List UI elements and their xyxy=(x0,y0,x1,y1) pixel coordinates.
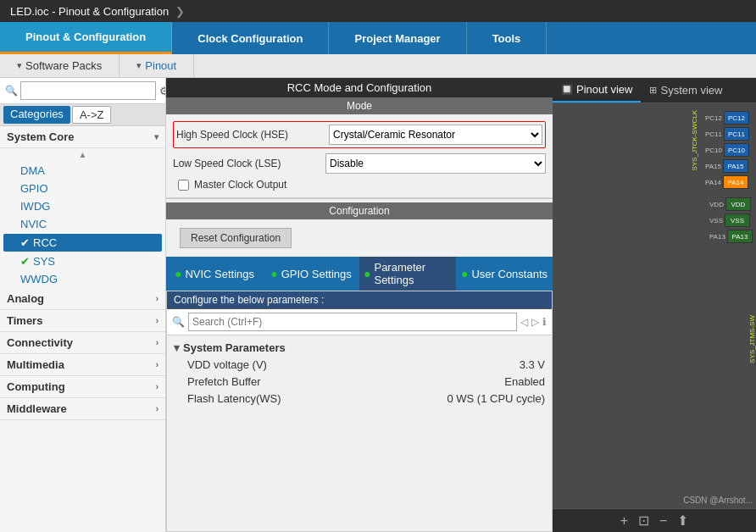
hse-label: High Speed Clock (HSE) xyxy=(176,129,329,141)
category-system-core[interactable]: System Core ▾ xyxy=(0,126,165,148)
top-nav: Pinout & Configuration Clock Configurati… xyxy=(0,22,756,54)
fit-button[interactable]: ⊡ xyxy=(638,513,649,529)
category-multimedia[interactable]: Multimedia › xyxy=(0,354,165,376)
pin-pc11: PC11 PC11 xyxy=(705,126,749,141)
tab-system-view[interactable]: ⊞ System view xyxy=(641,78,731,103)
category-timers[interactable]: Timers › xyxy=(0,310,165,332)
sidebar-item-gpio[interactable]: GPIO xyxy=(0,180,165,197)
param-prefetch-buffer: Prefetch Buffer Enabled xyxy=(167,374,552,391)
mode-section-header: Mode xyxy=(166,97,553,114)
pin-pc12: PC12 PC12 xyxy=(705,110,749,125)
right-panel: 🔲 Pinout view ⊞ System view SYS_JTCK-SWC… xyxy=(553,78,756,532)
sidebar-item-rcc[interactable]: ✔ RCC xyxy=(3,234,162,252)
params-nav-prev-icon[interactable]: ◁ xyxy=(520,316,528,328)
title-bar-text: LED.ioc - Pinout & Configuration xyxy=(10,5,169,18)
zoom-controls: + ⊡ − ⬆ xyxy=(553,508,756,532)
tab-pinout-configuration[interactable]: Pinout & Configuration xyxy=(0,22,172,54)
params-nav-next-icon[interactable]: ▷ xyxy=(531,316,539,328)
subnav-pinout-chevron: ▾ xyxy=(136,60,142,71)
zoom-out-button[interactable]: − xyxy=(659,513,667,529)
pinout-view-icon: 🔲 xyxy=(561,84,573,95)
category-computing[interactable]: Computing › xyxy=(0,376,165,398)
user-dot: ● xyxy=(461,267,468,280)
connectivity-arrow: › xyxy=(156,338,158,347)
master-clock-row: Master Clock Output xyxy=(178,179,546,191)
pinout-header: 🔲 Pinout view ⊞ System view xyxy=(553,78,756,103)
sidebar-list: System Core ▾ ▲ DMA GPIO IWDG NVIC ✔ RCC xyxy=(0,126,165,532)
tab-clock-configuration[interactable]: Clock Configuration xyxy=(172,22,329,54)
zoom-in-button[interactable]: + xyxy=(620,513,628,529)
tab-pinout-view[interactable]: 🔲 Pinout view xyxy=(553,78,641,103)
bottom-section: Configuration Reset Configuration ● NVIC… xyxy=(166,199,553,532)
param-vdd-voltage: VDD voltage (V) 3.3 V xyxy=(167,357,552,374)
system-params-chevron: ▾ xyxy=(174,341,180,354)
category-analog[interactable]: Analog › xyxy=(0,288,165,310)
sidebar-item-iwdg[interactable]: IWDG xyxy=(0,197,165,215)
param-flash-latency: Flash Latency(WS) 0 WS (1 CPU cycle) xyxy=(167,391,552,407)
pin-pa15: PA15 PA15 xyxy=(705,158,749,174)
gpio-dot: ● xyxy=(270,267,277,280)
top-section: RCC Mode and Configuration Mode High Spe… xyxy=(166,78,553,199)
config-section-header: Configuration xyxy=(166,202,553,219)
hse-select[interactable]: Crystal/Ceramic Resonator Disable BYPASS… xyxy=(329,125,542,145)
params-list: ▾ System Parameters VDD voltage (V) 3.3 … xyxy=(167,335,552,531)
sidebar-item-nvic[interactable]: NVIC xyxy=(0,215,165,233)
subnav-software-packs-chevron: ▾ xyxy=(17,60,22,71)
pin-pa13: PA13 PA13 xyxy=(709,229,753,244)
right-labels: VDD VDD VSS VSS PA13 PA13 xyxy=(709,197,753,244)
tab-az[interactable]: A->Z xyxy=(72,106,112,124)
pin-pc10: PC10 PC10 xyxy=(705,142,749,158)
lse-row: Low Speed Clock (LSE) Disable Crystal/Ce… xyxy=(173,153,546,174)
pin-pa14: PA14 PA14 xyxy=(705,175,749,190)
params-search-input[interactable] xyxy=(188,313,517,331)
lse-select[interactable]: Disable Crystal/Ceramic Resonator BYPASS… xyxy=(325,153,546,174)
subnav-pinout[interactable]: ▾ Pinout xyxy=(120,54,194,77)
reset-configuration-button[interactable]: Reset Configuration xyxy=(180,228,292,248)
subnav-software-packs[interactable]: ▾ Software Packs xyxy=(0,54,120,77)
export-button[interactable]: ⬆ xyxy=(677,513,688,529)
mode-section: High Speed Clock (HSE) Crystal/Ceramic R… xyxy=(166,114,553,198)
lse-label: Low Speed Clock (LSE) xyxy=(173,158,325,169)
nvic-dot: ● xyxy=(175,267,181,280)
title-bar: LED.ioc - Pinout & Configuration ❯ xyxy=(0,0,756,22)
tab-nvic-settings[interactable]: ● NVIC Settings xyxy=(166,257,263,291)
config-body: Configure the below parameters : 🔍 ◁ ▷ ℹ… xyxy=(166,291,553,532)
tab-parameter-settings[interactable]: ● Parameter Settings xyxy=(359,257,456,291)
tab-user-constants[interactable]: ● User Constants xyxy=(456,257,553,291)
watermark: CSDN @Arrshot... xyxy=(683,496,753,505)
title-bar-arrow: ❯ xyxy=(175,5,185,18)
master-clock-checkbox[interactable] xyxy=(178,180,189,191)
tab-tools[interactable]: Tools xyxy=(467,22,548,54)
category-connectivity[interactable]: Connectivity › xyxy=(0,332,165,354)
search-input[interactable] xyxy=(20,81,156,100)
chip-view: SYS_JTCK-SWCLK PC12 PC12 PC11 PC11 PC10 … xyxy=(553,103,756,508)
center-panel: RCC Mode and Configuration Mode High Spe… xyxy=(166,78,553,532)
config-tabs: ● NVIC Settings ● GPIO Settings ● Parame… xyxy=(166,257,553,291)
computing-arrow: › xyxy=(156,382,158,391)
gear-icon[interactable]: ⚙ xyxy=(159,85,166,97)
tab-project-manager[interactable]: Project Manager xyxy=(329,22,466,54)
scroll-arrows: ▲ xyxy=(0,148,165,162)
reset-btn-container: Reset Configuration xyxy=(166,219,553,257)
pin-vss: VSS VSS xyxy=(709,213,753,228)
tab-gpio-settings[interactable]: ● GPIO Settings xyxy=(263,257,359,291)
pin-vdd: VDD VDD xyxy=(709,197,753,212)
params-search-icon: 🔍 xyxy=(172,316,185,328)
system-params-group[interactable]: ▾ System Parameters xyxy=(167,339,552,357)
sidebar-item-wwdg[interactable]: WWDG xyxy=(0,270,165,288)
sidebar-search-container: 🔍 ⚙ xyxy=(0,78,165,104)
pin-column-right: PC12 PC12 PC11 PC11 PC10 PC10 PA15 PA15 … xyxy=(705,110,749,190)
hse-row: High Speed Clock (HSE) Crystal/Ceramic R… xyxy=(173,121,546,148)
category-middleware[interactable]: Middleware › xyxy=(0,398,165,420)
middleware-arrow: › xyxy=(156,404,158,413)
sub-nav: ▾ Software Packs ▾ Pinout xyxy=(0,54,756,78)
sidebar: 🔍 ⚙ Categories A->Z System Core ▾ ▲ DMA xyxy=(0,78,166,532)
tab-categories[interactable]: Categories xyxy=(3,106,70,124)
timers-arrow: › xyxy=(156,316,158,325)
param-dot: ● xyxy=(364,267,370,280)
sidebar-item-sys[interactable]: ✔ SYS xyxy=(0,252,165,270)
sys-jtck-label: SYS_JTCK-SWCLK xyxy=(691,110,698,171)
config-params-header: Configure the below parameters : xyxy=(167,291,552,309)
sidebar-item-dma[interactable]: DMA xyxy=(0,162,165,180)
scroll-up-arrow[interactable]: ▲ xyxy=(79,150,87,160)
